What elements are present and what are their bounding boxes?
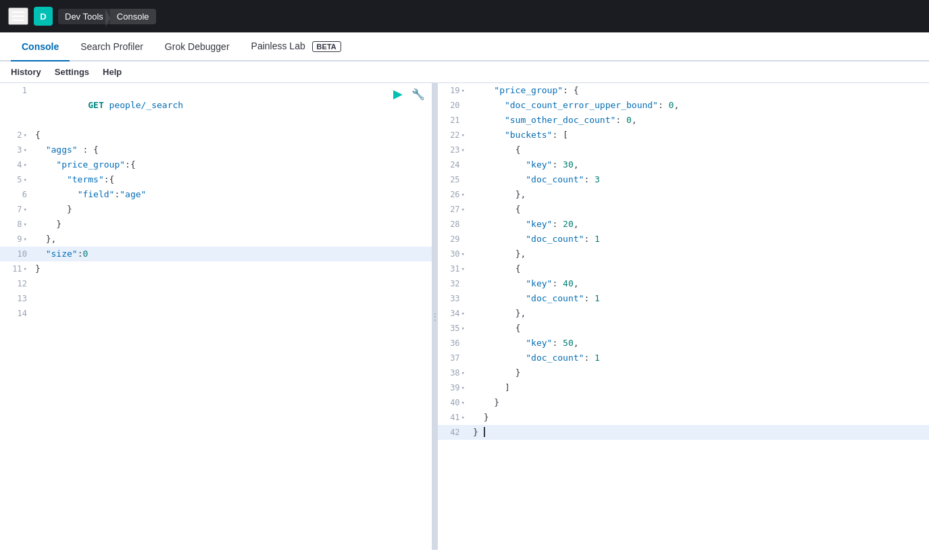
output-content-36: "key": 50, (470, 336, 929, 351)
output-line-num-31: 31▾ (438, 261, 470, 276)
line-content-4: "price_group":{ (32, 157, 432, 172)
line-number-10: 10 (0, 247, 32, 261)
output-line-42: 42▾ } (438, 425, 929, 440)
editor-line-14[interactable]: 14 (0, 306, 432, 321)
output-line-num-19: 19▾ (438, 83, 470, 98)
output-line-num-24: 24▾ (438, 157, 470, 172)
editor-line-2[interactable]: 2▾ { (0, 128, 432, 143)
line-content-8: } (32, 217, 432, 232)
output-line-num-34: 34▾ (438, 306, 470, 321)
output-line-35: 35▾ { (438, 321, 929, 336)
line-number-12: 12 (0, 276, 32, 291)
output-line-num-22: 22▾ (438, 128, 470, 143)
line-content-5: "terms":{ (32, 172, 432, 187)
avatar-button[interactable]: D (34, 7, 53, 26)
output-line-40: 40▾ } (438, 395, 929, 410)
editor-line-10[interactable]: 10 "size":0 (0, 247, 432, 261)
beta-badge: BETA (312, 41, 341, 52)
output-content-26: }, (470, 187, 929, 202)
line-content-1: GET people/_search (32, 83, 432, 128)
editor-line-11[interactable]: 11▾ } (0, 261, 432, 276)
output-content-35: { (470, 321, 929, 336)
line-number-13: 13 (0, 291, 32, 306)
wrench-button[interactable]: 🔧 (410, 86, 426, 102)
editor-line-7[interactable]: 7▾ } (0, 202, 432, 217)
line-content-10: "size":0 (32, 247, 432, 261)
output-line-28: 28▾ "key": 20, (438, 217, 929, 232)
output-line-27: 27▾ { (438, 202, 929, 217)
output-content-19: "price_group": { (470, 83, 929, 98)
output-line-25: 25▾ "doc_count": 3 (438, 172, 929, 187)
line-content-7: } (32, 202, 432, 217)
run-button[interactable]: ▶ (390, 86, 406, 102)
output-content-40: } (470, 395, 929, 410)
output-content-24: "key": 30, (470, 157, 929, 172)
line-content-9: }, (32, 232, 432, 247)
editor-line-8[interactable]: 8▾ } (0, 217, 432, 232)
editor-line-6[interactable]: 6 "field":"age" (0, 187, 432, 202)
line-content-6: "field":"age" (32, 187, 432, 202)
output-line-24: 24▾ "key": 30, (438, 157, 929, 172)
output-line-num-41: 41▾ (438, 410, 470, 425)
output-line-num-35: 35▾ (438, 321, 470, 336)
breadcrumb-console[interactable]: Console (110, 9, 156, 24)
output-pane[interactable]: 19▾ "price_group": { 20▾ "doc_count_erro… (438, 83, 929, 550)
tab-grok-debugger[interactable]: Grok Debugger (154, 33, 241, 61)
line-number-8: 8▾ (0, 217, 32, 232)
tab-console[interactable]: Console (11, 33, 70, 61)
line-number-14: 14 (0, 306, 32, 321)
output-content-33: "doc_count": 1 (470, 291, 929, 306)
output-line-num-33: 33▾ (438, 291, 470, 306)
output-line-num-40: 40▾ (438, 395, 470, 410)
help-button[interactable]: Help (103, 67, 122, 77)
breadcrumb-devtools[interactable]: Dev Tools (58, 9, 110, 24)
editor-line-4[interactable]: 4▾ "price_group":{ (0, 157, 432, 172)
editor-line-5[interactable]: 5▾ "terms":{ (0, 172, 432, 187)
output-line-num-20: 20▾ (438, 98, 470, 113)
line-number-2: 2▾ (0, 128, 32, 143)
top-bar: D Dev Tools Console (0, 0, 929, 32)
output-content-23: { (470, 143, 929, 157)
output-line-30: 30▾ }, (438, 247, 929, 261)
output-content-41: } (470, 410, 929, 425)
resize-handle[interactable]: ⋮ (432, 83, 438, 550)
line-number-1: 1 (0, 83, 32, 98)
output-content-25: "doc_count": 3 (470, 172, 929, 187)
line-number-11: 11▾ (0, 261, 32, 276)
output-line-num-39: 39▾ (438, 380, 470, 395)
output-line-36: 36▾ "key": 50, (438, 336, 929, 351)
output-line-31: 31▾ { (438, 261, 929, 276)
editor-area[interactable]: 1 GET people/_search ▶ 🔧 2▾ { 3▾ "aggs" … (0, 83, 432, 550)
editor-line-1[interactable]: 1 GET people/_search ▶ 🔧 (0, 83, 432, 128)
editor-line-9[interactable]: 9▾ }, (0, 232, 432, 247)
output-line-num-30: 30▾ (438, 247, 470, 261)
history-button[interactable]: History (11, 67, 41, 77)
settings-button[interactable]: Settings (55, 67, 89, 77)
output-line-num-32: 32▾ (438, 276, 470, 291)
editor-line-3[interactable]: 3▾ "aggs" : { (0, 143, 432, 157)
line-number-3: 3▾ (0, 143, 32, 157)
output-line-num-29: 29▾ (438, 232, 470, 247)
editor-line-12[interactable]: 12 (0, 276, 432, 291)
output-content-38: } (470, 365, 929, 380)
output-line-21: 21▾ "sum_other_doc_count": 0, (438, 113, 929, 128)
output-line-num-42: 42▾ (438, 425, 470, 440)
output-line-34: 34▾ }, (438, 306, 929, 321)
output-line-39: 39▾ ] (438, 380, 929, 395)
output-content-32: "key": 40, (470, 276, 929, 291)
output-content-31: { (470, 261, 929, 276)
line-number-7: 7▾ (0, 202, 32, 217)
tab-bar: Console Search Profiler Grok Debugger Pa… (0, 32, 929, 61)
output-line-33: 33▾ "doc_count": 1 (438, 291, 929, 306)
output-content-34: }, (470, 306, 929, 321)
output-line-num-23: 23▾ (438, 143, 470, 157)
output-line-num-38: 38▾ (438, 365, 470, 380)
output-content-20: "doc_count_error_upper_bound": 0, (470, 98, 929, 113)
hamburger-button[interactable] (8, 7, 28, 25)
editor-actions: ▶ 🔧 (390, 86, 426, 102)
output-line-29: 29▾ "doc_count": 1 (438, 232, 929, 247)
line-content-3: "aggs" : { (32, 143, 432, 157)
tab-painless-lab[interactable]: Painless Lab BETA (241, 32, 352, 61)
editor-line-13[interactable]: 13 (0, 291, 432, 306)
tab-search-profiler[interactable]: Search Profiler (70, 33, 154, 61)
